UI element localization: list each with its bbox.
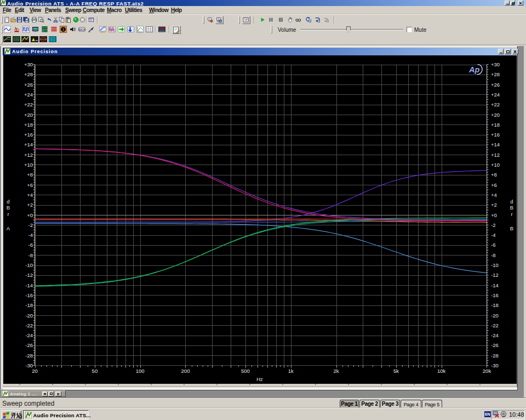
svg-text:DCX: DCX bbox=[79, 28, 85, 31]
